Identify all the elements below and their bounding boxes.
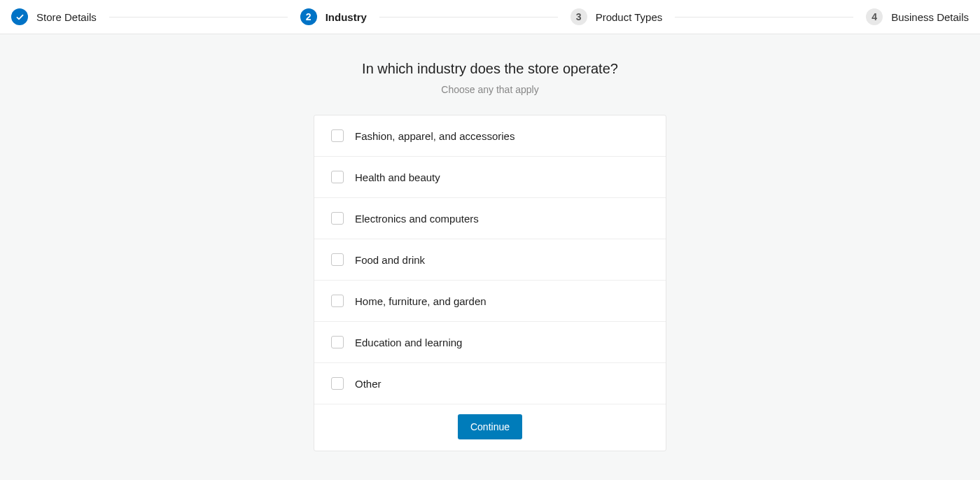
card-footer: Continue <box>314 404 666 451</box>
option-label: Other <box>355 378 382 390</box>
option-electronics[interactable]: Electronics and computers <box>314 198 666 239</box>
question-title: In which industry does the store operate… <box>362 61 618 77</box>
option-label: Fashion, apparel, and accessories <box>355 130 514 142</box>
step-number-icon: 4 <box>866 8 883 25</box>
step-divider <box>675 17 853 17</box>
option-label: Home, furniture, and garden <box>355 295 486 307</box>
checkmark-icon <box>11 8 28 25</box>
step-label: Business Details <box>891 11 969 23</box>
checkbox-icon[interactable] <box>331 212 344 225</box>
option-other[interactable]: Other <box>314 363 666 404</box>
industry-options-card: Fashion, apparel, and accessories Health… <box>314 115 666 451</box>
option-label: Health and beauty <box>355 171 440 183</box>
question-subtitle: Choose any that apply <box>441 84 538 95</box>
step-label: Product Types <box>596 11 663 23</box>
checkbox-icon[interactable] <box>331 377 344 390</box>
step-divider <box>379 17 558 17</box>
step-label: Store Details <box>36 11 97 23</box>
step-industry[interactable]: 2 Industry <box>300 8 367 25</box>
step-product-types[interactable]: 3 Product Types <box>570 8 663 25</box>
option-label: Food and drink <box>355 254 425 266</box>
option-label: Electronics and computers <box>355 213 479 225</box>
option-fashion[interactable]: Fashion, apparel, and accessories <box>314 115 666 157</box>
option-home-furniture[interactable]: Home, furniture, and garden <box>314 281 666 322</box>
continue-button[interactable]: Continue <box>458 414 522 439</box>
checkbox-icon[interactable] <box>331 295 344 307</box>
option-education[interactable]: Education and learning <box>314 322 666 363</box>
step-label: Industry <box>326 11 367 23</box>
option-food-drink[interactable]: Food and drink <box>314 239 666 281</box>
main-content: In which industry does the store operate… <box>0 34 980 451</box>
step-number-icon: 3 <box>570 8 587 25</box>
checkbox-icon[interactable] <box>331 171 344 183</box>
option-health-beauty[interactable]: Health and beauty <box>314 157 666 198</box>
step-business-details[interactable]: 4 Business Details <box>866 8 969 25</box>
checkbox-icon[interactable] <box>331 336 344 348</box>
option-label: Education and learning <box>355 337 462 348</box>
step-store-details[interactable]: Store Details <box>11 8 97 25</box>
checkbox-icon[interactable] <box>331 253 344 266</box>
checkbox-icon[interactable] <box>331 129 344 142</box>
setup-stepper: Store Details 2 Industry 3 Product Types… <box>0 0 980 34</box>
step-number-icon: 2 <box>300 8 317 25</box>
step-divider <box>109 17 288 17</box>
